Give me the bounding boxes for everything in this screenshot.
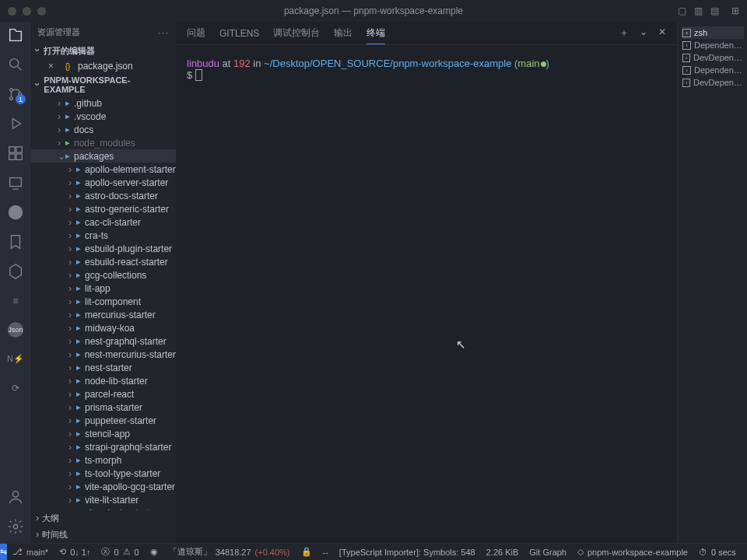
tree-folder[interactable]: ›▸prisma-starter — [31, 401, 176, 414]
toggle-panel-icon[interactable]: ▢ — [678, 5, 686, 16]
status-stock[interactable]: 「道琼斯」34818.27(+0.40%) — [163, 546, 296, 558]
tree-folder[interactable]: ›▸node_modules — [31, 136, 176, 149]
tree-folder[interactable]: ›▸mercurius-starter — [31, 308, 176, 321]
terminal-path: ~/Desktop/OPEN_SOURCE/pnpm-workspace-exa… — [264, 58, 511, 69]
close-editor-icon[interactable]: × — [48, 61, 58, 72]
status-sync[interactable]: ⟲0↓ 1↑ — [54, 547, 96, 557]
status-lock-icon[interactable]: 🔒 — [296, 547, 317, 557]
tree-folder[interactable]: ›▸esbuild-react-starter — [31, 255, 176, 268]
bookmark-icon[interactable] — [7, 233, 24, 250]
tree-folder[interactable]: ›▸esbuild-plugin-starter — [31, 242, 176, 255]
sync-icon[interactable]: ⟳ — [7, 380, 24, 397]
timeline-section[interactable]: 时间线 — [31, 527, 176, 543]
nx-icon[interactable]: N⚡ — [7, 350, 24, 367]
terminal-dropdown-icon[interactable]: ⌄ — [640, 26, 647, 40]
open-editor-item[interactable]: × {} package.json — [31, 59, 176, 73]
tree-folder[interactable]: ›▸midway-koa — [31, 321, 176, 334]
tree-folder[interactable]: ›▸apollo-element-starter — [31, 163, 176, 176]
svg-rect-6 — [9, 154, 15, 159]
tab-terminal[interactable]: 终端 — [366, 26, 385, 44]
hex-icon[interactable] — [7, 263, 24, 280]
toggle-sidebar-icon[interactable]: ▥ — [694, 5, 703, 16]
tree-folder[interactable]: ›▸ts-morph — [31, 453, 176, 467]
close-window[interactable] — [8, 7, 16, 16]
project-section[interactable]: PNPM-WORKSPACE-EXAMPLE — [31, 73, 176, 96]
status-broadcast-icon[interactable]: ◉ — [145, 547, 163, 557]
file-tree[interactable]: ›▸.github›▸.vscode›▸docs›▸node_modules⌄▸… — [31, 96, 176, 510]
tree-folder[interactable]: ›▸puppeteer-starter — [31, 414, 176, 427]
sliders-icon[interactable]: ≡ — [7, 292, 24, 310]
terminal-instance[interactable]: ›Dependen… — [681, 64, 744, 76]
json-circle-icon[interactable]: Json — [8, 322, 23, 338]
status-branch[interactable]: ⎇main* — [7, 547, 54, 557]
tree-folder[interactable]: ›▸vite-apollo-gcg-starter — [31, 480, 176, 493]
tree-folder[interactable]: ›▸cac-cli-starter — [31, 215, 176, 229]
json-file-icon: {} — [62, 61, 73, 72]
remote-indicator[interactable]: ⇋ — [0, 544, 7, 560]
gear-icon[interactable] — [7, 518, 24, 535]
tab-debug-console[interactable]: 调试控制台 — [273, 26, 320, 40]
toggle-secondary-icon[interactable]: ▤ — [710, 5, 719, 16]
terminal-icon: › — [682, 79, 690, 87]
explorer-sidebar: 资源管理器 ··· 打开的编辑器 × {} package.json PNPM-… — [31, 22, 176, 543]
tree-folder[interactable]: ›▸astro-docs-starter — [31, 189, 176, 202]
status-tabnine[interactable]: tabnine — [742, 548, 747, 557]
search-icon[interactable] — [7, 56, 24, 73]
terminal-view[interactable]: linbudu at 192 in ~/Desktop/OPEN_SOURCE/… — [176, 45, 677, 543]
svg-point-9 — [9, 205, 23, 219]
tab-gitlens[interactable]: GITLENS — [219, 28, 259, 39]
status-dashes: -- — [317, 548, 334, 557]
maximize-window[interactable] — [37, 7, 46, 16]
open-editors-section[interactable]: 打开的编辑器 — [31, 43, 176, 59]
scm-badge: 1 — [16, 94, 26, 104]
status-errors[interactable]: ⓧ0⚠0 — [96, 546, 144, 558]
debug-icon[interactable] — [7, 115, 24, 132]
outline-section[interactable]: 大纲 — [31, 510, 176, 527]
tab-problems[interactable]: 问题 — [187, 26, 205, 40]
terminal-list: ›zsh›Dependen…›DevDepen…›Dependen…›DevDe… — [677, 22, 747, 543]
tree-folder[interactable]: ›▸strapi-graphql-starter — [31, 440, 176, 453]
terminal-instance[interactable]: ›DevDepen… — [681, 51, 744, 64]
remote-explorer-icon[interactable] — [7, 174, 24, 191]
status-git-graph[interactable]: Git Graph — [524, 548, 572, 557]
status-bar: ⇋ ⎇main* ⟲0↓ 1↑ ⓧ0⚠0 ◉ 「道琼斯」34818.27(+0.… — [0, 543, 747, 560]
source-control-icon[interactable]: 1 — [7, 86, 24, 103]
explorer-more-icon[interactable]: ··· — [158, 28, 170, 37]
tree-folder[interactable]: ›▸ts-tool-type-starter — [31, 467, 176, 480]
terminal-icon: › — [682, 54, 690, 62]
tree-folder[interactable]: ›▸lit-component — [31, 295, 176, 308]
tree-folder[interactable]: ›▸cra-ts — [31, 229, 176, 242]
tree-folder[interactable]: ›▸nest-starter — [31, 361, 176, 374]
terminal-instance[interactable]: ›Dependen… — [681, 39, 744, 51]
account-icon[interactable] — [7, 488, 24, 506]
tree-folder[interactable]: ›▸nest-mercurius-starter — [31, 348, 176, 361]
tree-folder[interactable]: ›▸vite-lit-starter — [31, 493, 176, 506]
tree-folder[interactable]: ›▸docs — [31, 123, 176, 136]
tree-folder[interactable]: ›▸lit-app — [31, 282, 176, 295]
tree-folder[interactable]: ›▸node-lib-starter — [31, 374, 176, 387]
github-icon[interactable] — [7, 204, 24, 221]
status-clock[interactable]: ⏱0 secs — [693, 548, 742, 557]
tree-folder[interactable]: ›▸nest-graphql-starter — [31, 334, 176, 348]
customize-layout-icon[interactable]: ⊞ — [731, 5, 739, 16]
new-terminal-icon[interactable]: ＋ — [619, 26, 629, 40]
explorer-icon[interactable] — [7, 26, 24, 44]
activity-bar: 1 ≡ Json N⚡ ⟳ — [0, 22, 31, 543]
terminal-instance[interactable]: ›zsh — [681, 26, 744, 39]
tree-folder[interactable]: ⌄▸packages — [31, 149, 176, 163]
tree-folder[interactable]: ›▸apollo-server-starter — [31, 176, 176, 189]
terminal-icon: › — [682, 41, 691, 50]
tree-folder[interactable]: ›▸stencil-app — [31, 427, 176, 440]
tree-folder[interactable]: ›▸gcg-collections — [31, 268, 176, 282]
tree-folder[interactable]: ›▸astro-generic-starter — [31, 202, 176, 215]
minimize-window[interactable] — [23, 7, 31, 16]
close-panel-icon[interactable]: ✕ — [658, 26, 666, 40]
status-project[interactable]: ◇pnpm-workspace-example — [572, 547, 693, 557]
tree-folder[interactable]: ›▸.github — [31, 96, 176, 110]
tree-folder[interactable]: ›▸.vscode — [31, 110, 176, 123]
terminal-instance[interactable]: ›DevDepen… — [681, 76, 744, 89]
tab-output[interactable]: 输出 — [334, 26, 352, 40]
tree-folder[interactable]: ›▸parcel-react — [31, 387, 176, 401]
extensions-icon[interactable] — [7, 145, 24, 162]
status-ts-importer[interactable]: [TypeScript Importer]: Symbols: 548 — [334, 548, 481, 557]
